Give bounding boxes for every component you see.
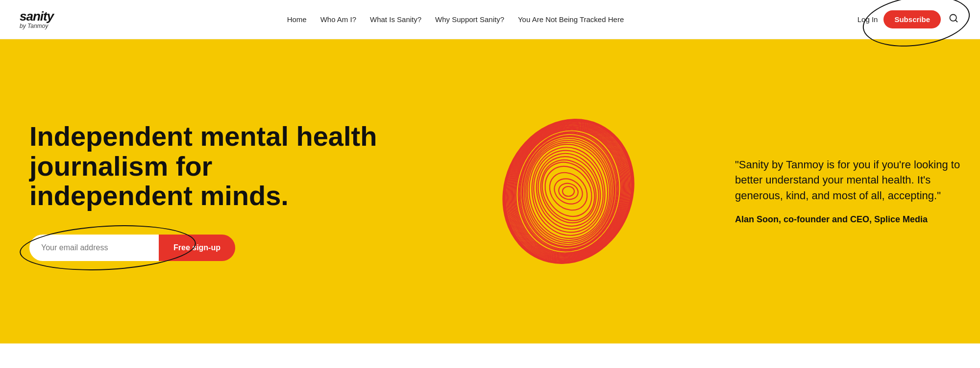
hero-left: Independent mental health journalism for… xyxy=(0,39,412,343)
nav-not-tracked[interactable]: You Are Not Being Tracked Here xyxy=(518,15,624,24)
nav-home[interactable]: Home xyxy=(287,15,307,24)
svg-line-1 xyxy=(956,20,957,22)
hero-center xyxy=(412,39,725,343)
quote-author: Alan Soon, co-founder and CEO, Splice Me… xyxy=(735,213,960,226)
email-form: Free sign-up xyxy=(29,235,235,261)
spiral-graphic xyxy=(490,113,647,270)
logo-subtitle: by Tanmoy xyxy=(20,23,53,29)
svg-point-2 xyxy=(563,186,574,196)
quote-text: "Sanity by Tanmoy is for you if you're l… xyxy=(735,157,960,204)
hero-headline: Independent mental health journalism for… xyxy=(29,122,382,210)
svg-point-3 xyxy=(557,181,580,201)
subscribe-button[interactable]: Subscribe xyxy=(883,10,941,28)
nav-what-is-sanity[interactable]: What Is Sanity? xyxy=(370,15,421,24)
svg-point-4 xyxy=(550,174,587,209)
email-input[interactable] xyxy=(29,235,159,261)
nav-who-am-i[interactable]: Who Am I? xyxy=(320,15,356,24)
logo-title: sanity xyxy=(20,9,53,24)
logo: sanity by Tanmoy xyxy=(20,9,53,30)
search-button[interactable] xyxy=(947,11,960,27)
search-icon xyxy=(949,13,958,23)
nav-actions: Log In Subscribe xyxy=(858,10,960,28)
hero-right: "Sanity by Tanmoy is for you if you're l… xyxy=(725,39,980,343)
main-nav: Home Who Am I? What Is Sanity? Why Suppo… xyxy=(287,15,624,24)
svg-point-22 xyxy=(532,153,605,230)
login-link[interactable]: Log In xyxy=(858,15,878,24)
signup-button[interactable]: Free sign-up xyxy=(159,235,235,261)
hero-section: Independent mental health journalism for… xyxy=(0,39,980,343)
site-header: sanity by Tanmoy Home Who Am I? What Is … xyxy=(0,0,980,39)
nav-why-support[interactable]: Why Support Sanity? xyxy=(435,15,504,24)
